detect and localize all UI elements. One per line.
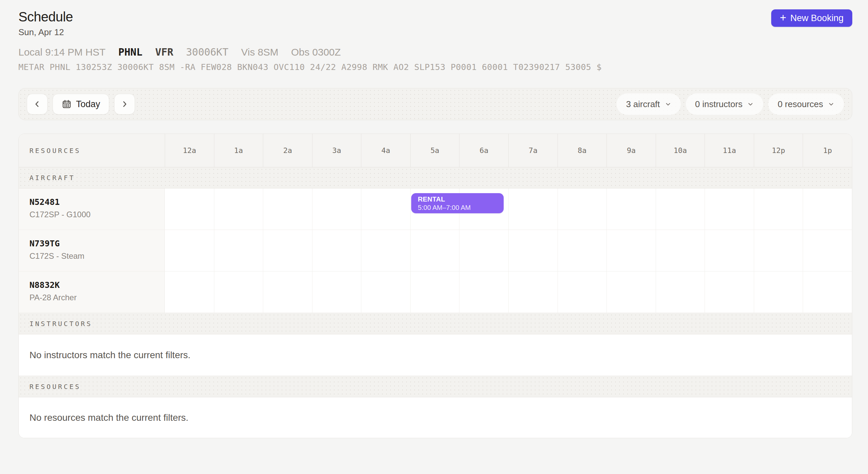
time-slot[interactable]: [361, 230, 410, 271]
time-slot[interactable]: [214, 230, 263, 271]
time-slot[interactable]: [705, 230, 754, 271]
time-column-header: 12p: [754, 134, 803, 167]
prev-day-button[interactable]: [27, 94, 48, 115]
page-title: Schedule: [19, 9, 73, 25]
schedule-toolbar: Today 3 aircraft 0 instructors: [19, 88, 852, 120]
filter-resources-label: 0 resources: [778, 99, 823, 109]
time-slot[interactable]: [263, 188, 312, 230]
tail-number: N52481: [29, 197, 164, 207]
plus-icon: +: [780, 12, 786, 23]
time-slot[interactable]: [656, 188, 705, 230]
time-column-header: 3a: [312, 134, 361, 167]
time-slot[interactable]: [410, 230, 460, 271]
aircraft-row: N8832K PA-28 Archer: [19, 272, 852, 313]
time-slot[interactable]: [263, 230, 312, 271]
weather-summary: Local 9:14 PM HST PHNL VFR 30006KT Vis 8…: [19, 46, 852, 58]
time-column-header: 11a: [705, 134, 754, 167]
aircraft-row-label: N52481 C172SP - G1000: [19, 188, 165, 230]
time-slot[interactable]: [459, 230, 508, 271]
booking-block[interactable]: RENTAL 5:00 AM–7:00 AM: [411, 193, 504, 213]
time-column-header: 10a: [656, 134, 705, 167]
time-slot[interactable]: [361, 188, 410, 230]
schedule-grid: RESOURCES 12a 1a 2a 3a 4a 5a 6a 7a 8a 9a…: [19, 133, 852, 438]
resources-empty-message: No resources match the current filters.: [19, 397, 852, 438]
resources-column-header: RESOURCES: [19, 134, 165, 167]
chevron-right-icon: [120, 100, 129, 108]
time-column-header: 7a: [508, 134, 558, 167]
time-slot[interactable]: [165, 230, 214, 271]
weather-station: PHNL: [118, 46, 142, 58]
time-slot[interactable]: [312, 188, 361, 230]
today-button[interactable]: Today: [53, 94, 109, 115]
time-slot[interactable]: [214, 188, 263, 230]
booking-title: RENTAL: [418, 195, 504, 203]
time-slot[interactable]: [607, 188, 656, 230]
time-slot[interactable]: [508, 188, 558, 230]
time-slot[interactable]: [214, 272, 263, 313]
time-slot[interactable]: [754, 230, 803, 271]
time-slot[interactable]: [656, 272, 705, 313]
time-slot[interactable]: [165, 272, 214, 313]
weather-obs-time: Obs 0300Z: [291, 46, 341, 58]
weather-wind: 30006KT: [186, 46, 228, 58]
chevron-down-icon: [665, 101, 672, 107]
aircraft-model: PA-28 Archer: [29, 293, 164, 302]
section-header-instructors: INSTRUCTORS: [19, 313, 852, 335]
time-column-header: 2a: [263, 134, 312, 167]
filter-resources[interactable]: 0 resources: [768, 93, 844, 115]
time-slot[interactable]: [803, 272, 852, 313]
schedule-page: Schedule Sun, Apr 12 + New Booking Local…: [0, 0, 868, 438]
time-column-header: 9a: [607, 134, 656, 167]
tail-number: N739TG: [29, 239, 164, 248]
booking-time: 5:00 AM–7:00 AM: [418, 203, 504, 212]
time-slot[interactable]: [558, 188, 607, 230]
instructors-empty-message: No instructors match the current filters…: [19, 335, 852, 376]
section-header-resources: RESOURCES: [19, 376, 852, 397]
time-column-header: 1p: [803, 134, 852, 167]
time-slot[interactable]: [607, 230, 656, 271]
filter-instructors-label: 0 instructors: [695, 99, 743, 109]
time-slot[interactable]: [508, 230, 558, 271]
today-label: Today: [76, 99, 100, 109]
time-slot[interactable]: [410, 272, 460, 313]
section-header-aircraft: AIRCRAFT: [19, 167, 852, 188]
filter-aircraft[interactable]: 3 aircraft: [617, 93, 680, 115]
filter-group: 3 aircraft 0 instructors 0 resources: [617, 93, 844, 115]
filter-instructors[interactable]: 0 instructors: [686, 93, 764, 115]
time-column-header: 12a: [165, 134, 214, 167]
chevron-down-icon: [828, 101, 835, 107]
time-slot[interactable]: [361, 272, 410, 313]
time-slot[interactable]: [607, 272, 656, 313]
time-slot[interactable]: [705, 188, 754, 230]
time-slot[interactable]: [312, 230, 361, 271]
time-slot[interactable]: [508, 272, 558, 313]
time-slot[interactable]: [312, 272, 361, 313]
grid-column-headers: RESOURCES 12a 1a 2a 3a 4a 5a 6a 7a 8a 9a…: [19, 134, 852, 167]
time-slot[interactable]: [558, 272, 607, 313]
time-slot[interactable]: [165, 188, 214, 230]
aircraft-row-timeline: [165, 230, 852, 271]
time-column-header: 5a: [410, 134, 460, 167]
weather-local-time: Local 9:14 PM HST: [19, 46, 105, 58]
time-column-header: 4a: [361, 134, 410, 167]
weather-visibility: Vis 8SM: [241, 46, 278, 58]
time-slot[interactable]: [754, 272, 803, 313]
time-slot[interactable]: [803, 230, 852, 271]
aircraft-model: C172SP - G1000: [29, 210, 164, 219]
page-date: Sun, Apr 12: [19, 27, 73, 37]
time-column-header: 1a: [214, 134, 263, 167]
time-slot[interactable]: [263, 272, 312, 313]
time-slot[interactable]: [705, 272, 754, 313]
time-slot[interactable]: [558, 230, 607, 271]
aircraft-row-label: N739TG C172S - Steam: [19, 230, 165, 271]
weather-flight-rules: VFR: [155, 46, 173, 58]
time-slot[interactable]: [656, 230, 705, 271]
new-booking-button[interactable]: + New Booking: [771, 9, 852, 27]
aircraft-row-timeline: [165, 272, 852, 313]
time-slot[interactable]: [803, 188, 852, 230]
aircraft-row: N52481 C172SP - G1000 RENTAL 5:00 AM–7:0…: [19, 188, 852, 230]
time-slot[interactable]: [754, 188, 803, 230]
time-slot[interactable]: [459, 272, 508, 313]
next-day-button[interactable]: [114, 94, 135, 115]
aircraft-row: N739TG C172S - Steam: [19, 230, 852, 272]
